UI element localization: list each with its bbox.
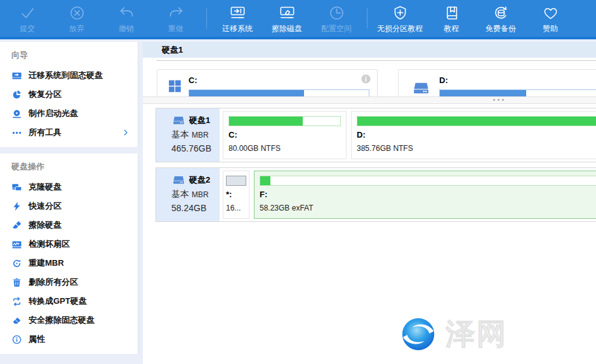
- toolbar-redo-button[interactable]: 重做: [151, 0, 201, 37]
- windows-logo-icon: [167, 78, 183, 94]
- partition-[interactable]: *:16...: [223, 171, 249, 219]
- disk-type-line: 基本MBR: [171, 129, 220, 141]
- sidebar-item-check-bad-sectors[interactable]: 检测坏扇区: [0, 235, 138, 254]
- disk-type: 基本: [171, 189, 189, 199]
- partition-info: 58.23GB exFAT: [260, 204, 596, 212]
- toolbar-wipe-disk-button[interactable]: 擦除磁盘: [262, 0, 312, 37]
- volume-overview-strip: C:D:: [143, 61, 596, 96]
- hdd-icon: [171, 114, 186, 127]
- refresh-icon: [11, 258, 22, 269]
- sidebar-item-properties[interactable]: 属性: [0, 330, 138, 349]
- partition-c[interactable]: C:80.00GB NTFS: [223, 111, 347, 159]
- toolbar-label: 撤销: [119, 23, 134, 34]
- disk-name-line: 硬盘1: [171, 114, 220, 127]
- partition-info: 385.76GB NTFS: [357, 144, 596, 153]
- dots-icon: [11, 127, 22, 138]
- discard-icon: [69, 4, 86, 22]
- toolbar-migrate-os-button[interactable]: 迁移系统: [213, 0, 262, 37]
- sidebar-item-delete-all-partitions[interactable]: 删除所有分区: [0, 273, 138, 292]
- disk-type-line: 基本MBR: [171, 189, 220, 200]
- sidebar-item-label: 克隆硬盘: [29, 181, 62, 193]
- sidebar-item-all-tools[interactable]: 所有工具: [0, 123, 138, 142]
- sidebar-item-secure-erase-ssd[interactable]: 安全擦除固态硬盘: [0, 311, 138, 330]
- partition-usage-fill: [357, 117, 596, 126]
- partition-info: 80.00GB NTFS: [228, 144, 341, 153]
- overview-usage-fill: [440, 90, 526, 96]
- partition-label: F:: [260, 190, 596, 199]
- partition-f[interactable]: F:58.23GB exFAT: [254, 171, 596, 219]
- info-icon: [11, 334, 22, 345]
- disk-scheme: MBR: [192, 131, 209, 140]
- disk-info-panel[interactable]: 硬盘2基本MBR58.24GB: [156, 168, 220, 221]
- toolbar-lossless-tutorial-button[interactable]: 无损分区教程: [373, 0, 427, 37]
- sidebar-item-label: 擦除硬盘: [29, 219, 62, 231]
- check-icon: [19, 4, 36, 22]
- toolbar-allocate-space-button[interactable]: 配置空间: [312, 0, 361, 37]
- toolbar-tutorial-button[interactable]: 教程: [427, 0, 476, 37]
- sidebar-section: 向导迁移系统到固态硬盘恢复分区制作启动光盘所有工具: [0, 42, 138, 147]
- disk-info-panel[interactable]: 硬盘1基本MBR465.76GB: [156, 108, 220, 162]
- eraser-icon: [11, 315, 22, 326]
- allocate-space-icon: [328, 4, 345, 22]
- undo-icon: [118, 4, 135, 22]
- overview-usage-bar: [189, 89, 369, 96]
- tab-disk1[interactable]: 硬盘1: [143, 44, 183, 56]
- sidebar-item-label: 重建MBR: [29, 257, 64, 269]
- sidebar-item-quick-partition[interactable]: 快速分区: [0, 197, 138, 216]
- disk-type: 基本: [171, 129, 189, 140]
- wave-icon: [11, 239, 22, 250]
- partition-usage-bar: [228, 116, 341, 126]
- hdd-icon: [411, 79, 432, 96]
- toolbar-discard-button[interactable]: 放弃: [52, 0, 102, 37]
- sidebar-item-rebuild-mbr[interactable]: 重建MBR: [0, 254, 138, 273]
- disk-name-line: 硬盘2: [171, 173, 220, 186]
- broom-icon: [11, 220, 22, 231]
- overview-usage-fill: [189, 90, 304, 96]
- toolbar-label: 擦除磁盘: [272, 23, 302, 34]
- sidebar-item-label: 所有工具: [29, 127, 62, 138]
- sidebar-item-make-boot-disc[interactable]: 制作启动光盘: [0, 104, 138, 123]
- sidebar: 向导迁移系统到固态硬盘恢复分区制作启动光盘所有工具硬盘操作克隆硬盘快速分区擦除硬…: [0, 42, 138, 364]
- overview-volume-d[interactable]: D:: [398, 69, 596, 96]
- sidebar-item-recover-partition[interactable]: 恢复分区: [0, 85, 138, 104]
- partition-usage-bar: [226, 176, 246, 186]
- disk-list: 硬盘1基本MBR465.76GBC:80.00GB NTFSD:385.76GB…: [143, 104, 596, 222]
- sidebar-item-label: 属性: [29, 334, 45, 345]
- bolt-icon: [11, 201, 22, 212]
- sidebar-item-migrate-to-ssd[interactable]: 迁移系统到固态硬盘: [0, 66, 138, 85]
- redo-icon: [168, 4, 185, 22]
- toolbar-free-backup-button[interactable]: 免费备份: [476, 0, 526, 37]
- disk-row-1[interactable]: 硬盘1基本MBR465.76GBC:80.00GB NTFSD:385.76GB…: [156, 108, 596, 162]
- sidebar-item-label: 制作启动光盘: [29, 108, 78, 119]
- watermark-text: 泽网: [446, 315, 508, 354]
- toolbar-sponsor-button[interactable]: 赞助: [526, 0, 575, 37]
- toolbar-undo-button[interactable]: 撤销: [102, 0, 151, 37]
- sidebar-item-label: 迁移系统到固态硬盘: [29, 70, 103, 81]
- overview-splitter[interactable]: [143, 96, 596, 104]
- drive-arrow-icon: [11, 70, 22, 81]
- sidebar-item-label: 恢复分区: [29, 89, 62, 100]
- toolbar-label: 免费备份: [486, 23, 516, 34]
- toolbar-label: 放弃: [69, 23, 84, 34]
- sidebar-item-convert-to-gpt[interactable]: 转换成GPT硬盘: [0, 292, 138, 311]
- sidebar-item-label: 删除所有分区: [29, 276, 78, 288]
- disk-row-2[interactable]: 硬盘2基本MBR58.24GB*:16...F:58.23GB exFAT: [156, 167, 596, 222]
- partition-usage-bar: [260, 176, 596, 186]
- toolbar-submit-button[interactable]: 提交: [3, 0, 52, 37]
- partition-cards: C:80.00GB NTFSD:385.76GB NTFS: [220, 108, 596, 162]
- overview-volume-c[interactable]: C:: [157, 69, 378, 96]
- sidebar-item-label: 安全擦除固态硬盘: [29, 315, 95, 326]
- toolbar-separator: [367, 8, 368, 29]
- wipe-disk-icon: [279, 4, 296, 22]
- partition-d[interactable]: D:385.76GB NTFS: [351, 111, 596, 159]
- partition-usage-bar: [357, 116, 596, 126]
- partition-label: *:: [226, 190, 246, 199]
- toolbar-label: 提交: [20, 23, 35, 34]
- sidebar-item-clone-disk[interactable]: 克隆硬盘: [0, 178, 138, 197]
- toolbar-label: 无损分区教程: [377, 23, 423, 34]
- disk-name: 硬盘1: [189, 115, 210, 126]
- sidebar-item-wipe-drive[interactable]: 擦除硬盘: [0, 216, 138, 235]
- trash-icon: [11, 277, 22, 288]
- disk-size: 58.24GB: [171, 203, 220, 213]
- swap-icon: [11, 296, 22, 307]
